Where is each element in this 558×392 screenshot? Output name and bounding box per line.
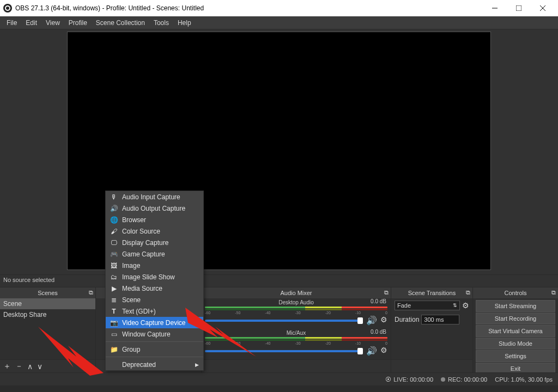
scenes-panel: Scenes ⧉ Scene Desktop Share ＋ － ∧ ∨ bbox=[0, 287, 96, 372]
audio-track: Desktop Audio 0.0 dB -60-50-40-30-20-100… bbox=[202, 298, 391, 326]
volume-meter bbox=[205, 339, 387, 341]
volume-slider[interactable] bbox=[205, 320, 363, 322]
transitions-panel: Scene Transitions ⧉ Fade ⇅ ⚙ Duration bbox=[391, 287, 473, 372]
transitions-body: Fade ⇅ ⚙ Duration bbox=[391, 298, 472, 359]
exit-button[interactable]: Exit bbox=[476, 363, 555, 372]
speaker-icon: 🔊 bbox=[110, 205, 118, 212]
menu-profile[interactable]: Profile bbox=[64, 19, 92, 27]
brush-icon: 🖌 bbox=[110, 228, 118, 235]
menu-tools[interactable]: Tools bbox=[149, 19, 173, 27]
ctx-text[interactable]: TText (GDI+) bbox=[106, 305, 203, 317]
window-title: OBS 27.1.3 (64-bit, windows) - Profile: … bbox=[15, 4, 204, 12]
popout-icon[interactable]: ⧉ bbox=[89, 289, 93, 296]
mute-icon[interactable]: 🔊 bbox=[366, 315, 377, 326]
maximize-button[interactable] bbox=[507, 0, 531, 16]
monitor-icon: 🖵 bbox=[110, 239, 118, 247]
ctx-browser[interactable]: 🌐Browser bbox=[106, 214, 203, 225]
scene-down-button[interactable]: ∨ bbox=[37, 362, 43, 371]
ctx-image-slideshow[interactable]: 🗂Image Slide Show bbox=[106, 271, 203, 283]
gear-icon[interactable]: ⚙ bbox=[462, 301, 469, 310]
controls-panel: Controls ⧉ Start Streaming Start Recordi… bbox=[473, 287, 558, 372]
window-icon: ▭ bbox=[110, 330, 118, 338]
ctx-display-capture[interactable]: 🖵Display Capture bbox=[106, 237, 203, 248]
play-icon: ▶ bbox=[110, 285, 118, 292]
volume-slider[interactable] bbox=[205, 350, 363, 352]
globe-icon: 🌐 bbox=[110, 216, 118, 224]
controls-body: Start Streaming Start Recording Start Vi… bbox=[473, 298, 558, 372]
menu-help[interactable]: Help bbox=[173, 19, 196, 27]
duration-input[interactable] bbox=[421, 315, 459, 324]
ctx-audio-input[interactable]: 🎙Audio Input Capture bbox=[106, 191, 203, 203]
track-db: 0.0 dB bbox=[371, 298, 386, 304]
scene-up-button[interactable]: ∧ bbox=[27, 362, 33, 371]
menu-scene-collection[interactable]: Scene Collection bbox=[92, 19, 149, 27]
app-logo-icon bbox=[3, 4, 12, 13]
svg-point-1 bbox=[6, 7, 9, 10]
chevron-right-icon: ▶ bbox=[195, 362, 199, 367]
images-icon: 🗂 bbox=[110, 273, 118, 281]
scenes-toolbar: ＋ － ∧ ∨ bbox=[0, 359, 95, 372]
minimize-button[interactable] bbox=[483, 0, 507, 16]
preview-area bbox=[0, 29, 558, 274]
controls-header: Controls ⧉ bbox=[473, 287, 558, 298]
gear-icon[interactable]: ⚙ bbox=[380, 315, 387, 326]
mixer-title: Audio Mixer bbox=[280, 290, 312, 296]
transitions-title: Scene Transitions bbox=[408, 290, 456, 296]
settings-button[interactable]: Settings bbox=[476, 350, 555, 362]
remove-scene-button[interactable]: － bbox=[15, 362, 23, 371]
image-icon: 🖼 bbox=[110, 262, 118, 270]
titlebar: OBS 27.1.3 (64-bit, windows) - Profile: … bbox=[0, 0, 558, 16]
scenes-list[interactable]: Scene Desktop Share bbox=[0, 298, 95, 359]
svg-rect-3 bbox=[516, 5, 521, 11]
ctx-deprecated[interactable]: Deprecated▶ bbox=[106, 359, 203, 370]
volume-meter bbox=[205, 307, 387, 308]
transition-select[interactable]: Fade ⇅ bbox=[395, 301, 460, 310]
track-name: Mic/Aux bbox=[205, 330, 387, 336]
start-recording-button[interactable]: Start Recording bbox=[476, 313, 555, 324]
close-button[interactable] bbox=[531, 0, 555, 16]
popout-icon[interactable]: ⧉ bbox=[551, 289, 556, 296]
add-source-context-menu[interactable]: 🎙Audio Input Capture 🔊Audio Output Captu… bbox=[105, 191, 204, 371]
panels: Scenes ⧉ Scene Desktop Share ＋ － ∧ ∨ ⧉ ＋… bbox=[0, 287, 558, 372]
no-source-label: No source selected bbox=[0, 274, 558, 287]
ctx-game-capture[interactable]: 🎮Game Capture bbox=[106, 248, 203, 260]
start-streaming-button[interactable]: Start Streaming bbox=[476, 300, 555, 312]
transitions-header: Scene Transitions ⧉ bbox=[391, 287, 472, 298]
studio-mode-button[interactable]: Studio Mode bbox=[476, 338, 555, 350]
text-icon: T bbox=[110, 308, 118, 315]
scene-item[interactable]: Scene bbox=[0, 298, 95, 309]
menubar: File Edit View Profile Scene Collection … bbox=[0, 16, 558, 29]
ctx-image[interactable]: 🖼Image bbox=[106, 260, 203, 271]
list-icon: ≣ bbox=[110, 296, 118, 304]
ctx-media-source[interactable]: ▶Media Source bbox=[106, 283, 203, 294]
meter-ticks: -60-50-40-30-20-100 bbox=[205, 341, 387, 345]
ctx-scene[interactable]: ≣Scene bbox=[106, 294, 203, 305]
cpu-status: CPU: 1.0%, 30.00 fps bbox=[495, 376, 553, 383]
mute-icon[interactable]: 🔊 bbox=[366, 346, 377, 356]
mic-icon: 🎙 bbox=[110, 193, 118, 201]
popout-icon[interactable]: ⧉ bbox=[384, 289, 389, 296]
menu-view[interactable]: View bbox=[41, 19, 64, 27]
menu-file[interactable]: File bbox=[2, 19, 21, 27]
controls-title: Controls bbox=[505, 290, 527, 296]
start-virtual-camera-button[interactable]: Start Virtual Camera bbox=[476, 325, 555, 337]
ctx-group[interactable]: 📁Group bbox=[106, 344, 203, 355]
ctx-audio-output[interactable]: 🔊Audio Output Capture bbox=[106, 203, 203, 214]
ctx-window-capture[interactable]: ▭Window Capture bbox=[106, 328, 203, 340]
audio-mixer-panel: Audio Mixer ⧉ Desktop Audio 0.0 dB -60-5… bbox=[202, 287, 391, 372]
scene-item[interactable]: Desktop Share bbox=[0, 309, 95, 320]
duration-label: Duration bbox=[395, 316, 419, 323]
volume-meter bbox=[205, 309, 387, 310]
folder-icon: 📁 bbox=[110, 346, 118, 353]
menu-edit[interactable]: Edit bbox=[21, 19, 41, 27]
ctx-color-source[interactable]: 🖌Color Source bbox=[106, 225, 203, 237]
gamepad-icon: 🎮 bbox=[110, 250, 118, 258]
mixer-body: Desktop Audio 0.0 dB -60-50-40-30-20-100… bbox=[202, 298, 391, 359]
popout-icon[interactable]: ⧉ bbox=[466, 289, 470, 296]
add-scene-button[interactable]: ＋ bbox=[3, 362, 11, 371]
ctx-video-capture-device[interactable]: 📷Video Capture Device bbox=[106, 317, 203, 328]
gear-icon[interactable]: ⚙ bbox=[380, 346, 387, 356]
track-name: Desktop Audio bbox=[205, 299, 387, 306]
rec-status: REC: 00:00:00 bbox=[441, 376, 487, 383]
transition-value: Fade bbox=[397, 302, 411, 309]
